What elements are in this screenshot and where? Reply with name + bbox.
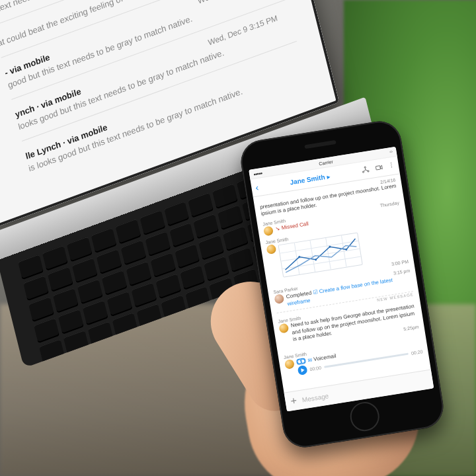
more-icon[interactable]: ⋮	[388, 161, 395, 171]
svg-line-6	[282, 257, 361, 269]
avatar	[278, 323, 289, 334]
total-time: 00:20	[411, 349, 423, 356]
share-icon[interactable]	[360, 165, 370, 176]
elapsed-time: 00:00	[309, 366, 321, 372]
svg-point-0	[364, 166, 366, 167]
avatar	[274, 294, 284, 304]
wifi-icon: ⌔	[389, 149, 393, 155]
back-button[interactable]: ‹	[255, 182, 259, 193]
voicemail-icon	[296, 358, 306, 366]
phone-speaker	[304, 140, 336, 149]
avatar	[284, 359, 295, 370]
svg-line-4	[280, 241, 358, 253]
phone-screen: Carrier ⌔ ‹ Jane Smith ⋮	[249, 147, 434, 412]
nav-actions: ⋮	[360, 161, 395, 176]
play-button[interactable]	[298, 365, 308, 376]
timestamp: 3:00 PM	[391, 259, 409, 266]
signal-dots-icon	[253, 170, 262, 176]
home-button[interactable]	[348, 400, 381, 433]
scene: Wed, Dec 9 3:15 PMat the exciting feelin…	[0, 0, 476, 476]
svg-rect-3	[376, 165, 380, 169]
video-call-icon[interactable]	[374, 163, 384, 174]
timestamp: 5:25pm	[403, 325, 419, 332]
carrier-label: Carrier	[319, 159, 333, 165]
conversation[interactable]: 2/14/16 presentation and follow up on th…	[253, 173, 430, 393]
conversation-title[interactable]: Jane Smith	[290, 172, 331, 185]
attach-button[interactable]: +	[290, 395, 298, 407]
avatar	[263, 225, 274, 236]
avatar	[266, 244, 276, 255]
